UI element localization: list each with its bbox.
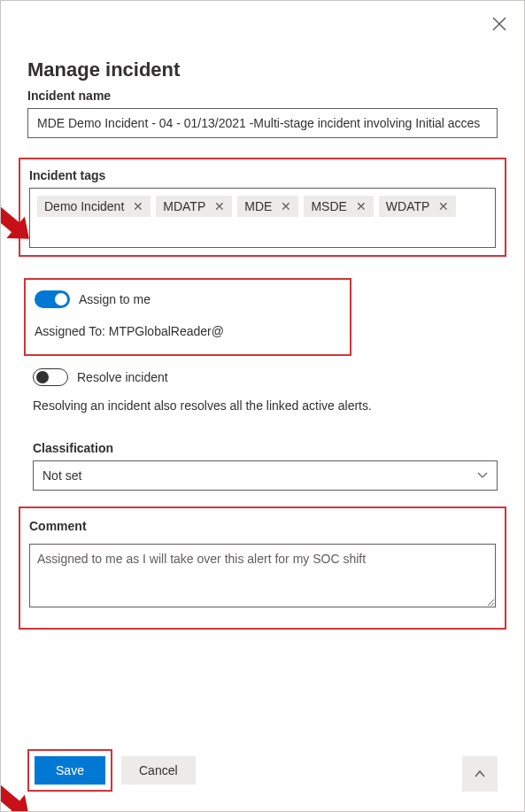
resolve-incident-label: Resolve incident <box>77 370 168 384</box>
comment-textarea[interactable] <box>29 544 496 607</box>
tag-chip: Demo Incident ✕ <box>37 196 151 217</box>
tag-label: MDATP <box>163 199 205 213</box>
incident-name-label: Incident name <box>27 89 498 103</box>
tag-remove-icon[interactable]: ✕ <box>133 200 143 213</box>
assign-section: Assign to me Assigned To: MTPGlobalReade… <box>24 278 351 356</box>
assign-to-me-label: Assign to me <box>79 292 151 306</box>
classification-select[interactable]: Not set <box>33 460 498 491</box>
incident-tags-section: Incident tags Demo Incident ✕ MDATP ✕ MD… <box>19 158 506 257</box>
tag-label: Demo Incident <box>44 199 124 213</box>
assigned-to-line: Assigned To: MTPGlobalReader@ <box>35 324 341 338</box>
comment-section: Comment <box>19 507 506 630</box>
classification-label: Classification <box>33 441 498 455</box>
chevron-up-icon <box>474 768 486 780</box>
assigned-to-value: MTPGlobalReader@ <box>109 324 224 338</box>
tag-remove-icon[interactable]: ✕ <box>356 200 367 213</box>
tag-label: MDE <box>244 199 272 213</box>
incident-name-input[interactable] <box>27 108 498 138</box>
toggle-knob-icon <box>36 371 49 383</box>
classification-block: Classification Not set <box>33 441 498 491</box>
resolve-toggle-row: Resolve incident <box>33 368 498 386</box>
scroll-to-top-button[interactable] <box>462 756 498 792</box>
dialog-footer: Save Cancel <box>27 749 498 792</box>
tag-remove-icon[interactable]: ✕ <box>281 200 291 213</box>
close-icon <box>492 17 506 31</box>
assign-toggle-row: Assign to me <box>35 290 341 308</box>
assigned-to-prefix: Assigned To: <box>35 324 109 338</box>
dialog-title: Manage incident <box>27 58 498 81</box>
tag-chip: MSDE ✕ <box>304 196 373 217</box>
tag-remove-icon[interactable]: ✕ <box>214 200 225 213</box>
incident-tags-input[interactable]: Demo Incident ✕ MDATP ✕ MDE ✕ MSDE ✕ WDA… <box>29 188 496 248</box>
chevron-down-icon <box>477 470 488 481</box>
save-highlight-box: Save <box>27 749 112 792</box>
save-button[interactable]: Save <box>35 756 105 785</box>
classification-value: Not set <box>42 468 81 483</box>
tag-label: WDATP <box>386 199 430 213</box>
resolve-note: Resolving an incident also resolves all … <box>33 398 498 413</box>
comment-label: Comment <box>29 519 496 533</box>
tag-chip: MDE ✕ <box>237 196 298 217</box>
cancel-button[interactable]: Cancel <box>121 756 196 785</box>
tag-remove-icon[interactable]: ✕ <box>438 200 449 213</box>
tag-label: MSDE <box>311 199 346 213</box>
close-button[interactable] <box>492 17 506 34</box>
incident-tags-label: Incident tags <box>29 168 496 182</box>
tag-chip: MDATP ✕ <box>156 196 232 217</box>
assign-to-me-toggle[interactable] <box>35 290 70 308</box>
resolve-incident-toggle[interactable] <box>33 368 68 386</box>
tag-chip: WDATP ✕ <box>379 196 457 217</box>
toggle-knob-icon <box>55 293 67 305</box>
